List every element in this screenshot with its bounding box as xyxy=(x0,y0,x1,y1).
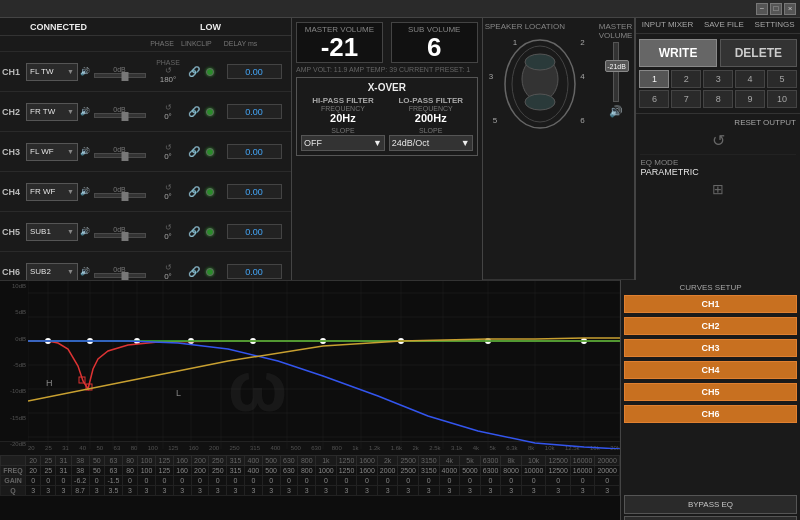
preset-btn-6[interactable]: 6 xyxy=(639,90,669,108)
th-800: 800 xyxy=(298,455,316,465)
ch3-name-select[interactable]: FL WF▼ xyxy=(26,143,78,161)
lopass-slope-dropdown[interactable]: 24dB/Oct ▼ xyxy=(389,135,473,151)
ch3-eq-curve xyxy=(28,341,620,449)
gain-row[interactable]: GAIN 000-6.20-1.50000 0000000000 0000000… xyxy=(1,475,620,485)
close-btn[interactable]: × xyxy=(784,3,796,15)
ch1-fader[interactable]: 0dB xyxy=(92,66,147,78)
settings-btn[interactable]: SETTINGS xyxy=(752,18,798,31)
ch6-name-select[interactable]: SUB2▼ xyxy=(26,263,78,281)
preset-btn-10[interactable]: 10 xyxy=(767,90,797,108)
preset-btn-2[interactable]: 2 xyxy=(671,70,701,88)
ch2-id: CH2 xyxy=(2,107,26,117)
top-nav: INPUT MIXER SAVE FILE SETTINGS xyxy=(636,18,800,34)
ch4-fader[interactable]: 0dB xyxy=(92,186,147,198)
connected-label: CONNECTED xyxy=(30,22,87,32)
bypass-eq-btn[interactable]: BYPASS EQ xyxy=(624,495,797,514)
input-mixer-btn[interactable]: INPUT MIXER xyxy=(639,18,696,31)
ch4-name-select[interactable]: FR WF▼ xyxy=(26,183,78,201)
ch1-clip xyxy=(201,68,219,76)
speaker-location-title: SPEAKER LOCATION xyxy=(485,22,595,31)
channel-row-2: CH2 FR TW▼ 🔊 0dB ↺ 0° 🔗 0.00 xyxy=(0,92,291,132)
ch3-id: CH3 xyxy=(2,147,26,157)
save-file-btn[interactable]: SAVE FILE xyxy=(701,18,747,31)
th-12500: 12500 xyxy=(546,455,570,465)
speaker-pos-3[interactable]: 3 xyxy=(489,72,493,81)
ch6-link[interactable]: 🔗 xyxy=(187,266,201,277)
hipass-slope-dropdown[interactable]: OFF ▼ xyxy=(301,135,385,151)
preset-btn-7[interactable]: 7 xyxy=(671,90,701,108)
speaker-pos-4[interactable]: 4 xyxy=(580,72,584,81)
curves-ch3-btn[interactable]: CH3 xyxy=(624,339,797,357)
th-20: 20 xyxy=(25,455,40,465)
ch4-id: CH4 xyxy=(2,187,26,197)
ch3-fader[interactable]: 0dB xyxy=(92,146,147,158)
ch5-delay[interactable]: 0.00 xyxy=(219,224,289,239)
phase-col-header: PHASE xyxy=(143,40,181,47)
preset-row-2: 6 7 8 9 10 xyxy=(639,90,797,108)
master-vol-track[interactable]: -21dB xyxy=(613,42,619,102)
speaker-pos-5[interactable]: 5 xyxy=(493,116,497,125)
ch6-delay[interactable]: 0.00 xyxy=(219,264,289,279)
ch3-link[interactable]: 🔗 xyxy=(187,146,201,157)
maximize-btn[interactable]: □ xyxy=(770,3,782,15)
th-500: 500 xyxy=(262,455,280,465)
curves-ch5-btn[interactable]: CH5 xyxy=(624,383,797,401)
car-diagram xyxy=(485,34,595,129)
ch6-phase: ↺ 0° xyxy=(149,263,187,281)
preset-btn-8[interactable]: 8 xyxy=(703,90,733,108)
ch4-delay[interactable]: 0.00 xyxy=(219,184,289,199)
ch2-fader[interactable]: 0dB xyxy=(92,106,147,118)
th-1600: 1600 xyxy=(357,455,378,465)
th-315: 315 xyxy=(227,455,245,465)
ch4-eq-curve xyxy=(28,338,620,401)
speaker-pos-1[interactable]: 1 xyxy=(513,38,517,47)
preset-btn-9[interactable]: 9 xyxy=(735,90,765,108)
preset-btn-3[interactable]: 3 xyxy=(703,70,733,88)
reset-icon[interactable]: ↺ xyxy=(640,131,796,150)
channel-row-3: CH3 FL WF▼ 🔊 0dB ↺ 0° 🔗 0.00 xyxy=(0,132,291,172)
ch1-speaker-icon: 🔊 xyxy=(80,67,90,76)
ch1-phase: PHASE ↺ 180° xyxy=(149,59,187,84)
th-10k: 10k xyxy=(521,455,545,465)
th-250: 250 xyxy=(209,455,227,465)
ch5-phase: ↺ 0° xyxy=(149,223,187,241)
curves-ch2-btn[interactable]: CH2 xyxy=(624,317,797,335)
preset-btn-1[interactable]: 1 xyxy=(639,70,669,88)
curves-ch4-btn[interactable]: CH4 xyxy=(624,361,797,379)
th-160: 160 xyxy=(173,455,191,465)
master-vol-knob[interactable]: -21dB xyxy=(605,60,629,72)
q-row[interactable]: Q 3338.733.53333 3333333333 33333333333 xyxy=(1,485,620,495)
ch5-link[interactable]: 🔗 xyxy=(187,226,201,237)
logo-watermark: ω xyxy=(228,348,287,426)
eq-sliders-icon: ⊞ xyxy=(640,181,796,197)
db-label-0: 0dB xyxy=(0,336,28,342)
th-2500: 2500 xyxy=(398,455,419,465)
th-200: 200 xyxy=(191,455,209,465)
ch2-clip xyxy=(201,108,219,116)
ch2-phase: ↺ 0° xyxy=(149,103,187,121)
ch2-link[interactable]: 🔗 xyxy=(187,106,201,117)
curves-ch1-btn[interactable]: CH1 xyxy=(624,295,797,313)
write-button[interactable]: WRITE xyxy=(639,39,716,67)
freq-row[interactable]: FREQ 20253138506380100125160 20025031540… xyxy=(1,465,620,475)
ch1-name-select[interactable]: FL TW▼ xyxy=(26,63,78,81)
minimize-btn[interactable]: − xyxy=(756,3,768,15)
ch5-fader[interactable]: 0dB xyxy=(92,226,147,238)
ch1-delay[interactable]: 0.00 xyxy=(219,64,289,79)
speaker-pos-2[interactable]: 2 xyxy=(580,38,584,47)
ch5-speaker-icon: 🔊 xyxy=(80,227,90,236)
ch6-fader[interactable]: 0dB xyxy=(92,266,147,278)
ch4-link[interactable]: 🔗 xyxy=(187,186,201,197)
speaker-pos-6[interactable]: 6 xyxy=(580,116,584,125)
delete-button[interactable]: DELETE xyxy=(720,39,797,67)
curves-ch6-btn[interactable]: CH6 xyxy=(624,405,797,423)
reset-eq-btn[interactable]: RESET EQ xyxy=(624,516,797,520)
ch2-delay[interactable]: 0.00 xyxy=(219,104,289,119)
ch2-name-select[interactable]: FR TW▼ xyxy=(26,103,78,121)
preset-btn-4[interactable]: 4 xyxy=(735,70,765,88)
ch1-link[interactable]: 🔗 xyxy=(187,66,201,77)
xover-title: X-OVER xyxy=(301,82,473,93)
ch3-delay[interactable]: 0.00 xyxy=(219,144,289,159)
preset-btn-5[interactable]: 5 xyxy=(767,70,797,88)
ch5-name-select[interactable]: SUB1▼ xyxy=(26,223,78,241)
